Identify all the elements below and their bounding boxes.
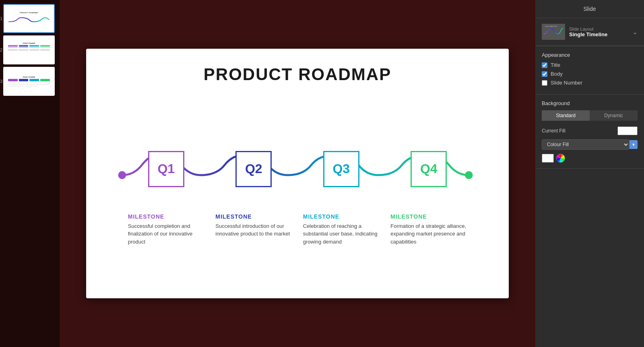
fill-swatch[interactable] [617,126,638,135]
timeline-area: Q1 Q2 Q3 Q4 [110,88,485,286]
layout-info: Slide Layout Single Timeline [569,27,628,37]
thumb-title-3: PRODUCT ROADMAP [23,76,35,78]
quarter-box-q2: Q2 [235,151,272,187]
background-section: Background Standard Dynamic Current Fill… [535,95,644,169]
slide-panel: 1 PRODUCT ROADMAP 2 [0,0,60,347]
title-checkbox-label[interactable]: Title [551,62,560,68]
bg-standard-button[interactable]: Standard [542,110,590,121]
slide-thumbnail-2[interactable]: PRODUCT ROADMAP [3,35,55,64]
quarter-box-q1: Q1 [148,151,184,187]
slide-number-checkbox-row: Slide Number [542,80,638,86]
background-section-title: Background [542,100,638,106]
milestone-desc-q4: Formation of a strategic alliance, expan… [390,222,467,246]
layout-thumb-svg: CLICK TO ADD TITLE [542,24,565,40]
slide-number-checkbox[interactable] [542,80,547,86]
layout-sublabel: Slide Layout [569,27,628,31]
quarter-item-q2: Q2 [235,151,272,187]
milestones-row: MILESTONE Successful completion and fina… [110,213,485,246]
appearance-section-title: Appearance [542,52,638,58]
body-checkbox-row: Body [542,71,638,77]
color-wheel-icon[interactable] [556,154,565,163]
slide-thumb-wrapper-3: 3 PRODUCT ROADMAP [3,67,56,96]
current-fill-row: Current Fill [542,126,638,135]
milestone-desc-q2: Successful introduction of our innovativ… [215,222,292,238]
select-arrow-icon[interactable]: ▼ [630,140,638,149]
quarters-row: Q1 Q2 Q3 Q4 [110,151,485,187]
milestone-label-q2: MILESTONE [215,213,252,220]
quarter-label-q1: Q1 [157,161,175,176]
quarter-label-q2: Q2 [245,161,262,176]
body-checkbox-label[interactable]: Body [551,71,563,77]
appearance-section: Appearance Title Body Slide Number [535,46,644,95]
slide-title: PRODUCT ROADMAP [204,65,391,84]
milestone-label-q1: MILESTONE [128,213,164,220]
svg-text:CLICK TO ADD TITLE: CLICK TO ADD TITLE [545,26,557,27]
slide-thumb-wrapper-2: 2 PRODUCT ROADMAP [3,35,56,64]
slide-canvas: PRODUCT ROADMAP [86,49,509,298]
slide-number-3: 3 [0,79,2,84]
background-toggle: Standard Dynamic [542,110,638,121]
right-panel: Slide CLICK TO ADD TITLE Slide Layout [535,0,644,347]
chevron-down-icon[interactable]: ⌄ [632,28,638,36]
colour-picker-row [542,154,638,163]
thumb-title-2: PRODUCT ROADMAP [23,43,35,44]
slide-thumbnail-3[interactable]: PRODUCT ROADMAP [3,67,55,96]
layout-name: Single Timeline [569,31,628,37]
timeline-track: Q1 Q2 Q3 Q4 [110,129,485,209]
quarter-item-q4: Q4 [411,151,447,187]
quarter-item-q3: Q3 [323,151,359,187]
milestone-label-q3: MILESTONE [303,213,339,220]
slide-number-2: 2 [0,48,2,52]
panel-header-label: Slide [583,6,596,12]
thumb-timeline-svg-1 [7,14,51,26]
colour-fill-container: Colour Fill ▼ [542,139,638,150]
milestone-desc-q3: Celebration of reaching a substantial us… [303,222,380,246]
milestone-item-q2: MILESTONE Successful introduction of our… [215,213,292,246]
milestone-item-q1: MILESTONE Successful completion and fina… [128,213,204,246]
milestone-item-q4: MILESTONE Formation of a strategic allia… [390,213,467,246]
main-canvas-area: PRODUCT ROADMAP [60,0,535,347]
slide-thumbnail-1[interactable]: PRODUCT ROADMAP [3,4,55,33]
quarter-label-q3: Q3 [332,161,350,176]
title-checkbox-row: Title [542,62,638,68]
bg-dynamic-button[interactable]: Dynamic [590,110,638,121]
title-checkbox[interactable] [542,62,547,68]
quarter-box-q3: Q3 [323,151,359,187]
body-checkbox[interactable] [542,71,547,77]
milestone-desc-q1: Successful completion and finalization o… [128,222,204,246]
panel-header: Slide [535,0,644,18]
slide-thumb-wrapper-1: 1 PRODUCT ROADMAP [3,4,56,33]
quarter-label-q4: Q4 [420,161,438,176]
milestone-item-q3: MILESTONE Celebration of reaching a subs… [303,213,380,246]
slide-number-checkbox-label[interactable]: Slide Number [551,80,582,86]
colour-fill-select[interactable]: Colour Fill [542,139,630,150]
slide-number-1: 1 [0,16,2,21]
layout-thumb: CLICK TO ADD TITLE [542,24,565,40]
quarter-item-q1: Q1 [148,151,184,187]
milestone-label-q4: MILESTONE [390,213,427,220]
slide-layout-section: CLICK TO ADD TITLE Slide Layout Single T… [535,18,644,46]
quarter-box-q4: Q4 [411,151,447,187]
current-fill-label: Current Fill [542,128,566,134]
white-color-swatch[interactable] [542,154,554,163]
